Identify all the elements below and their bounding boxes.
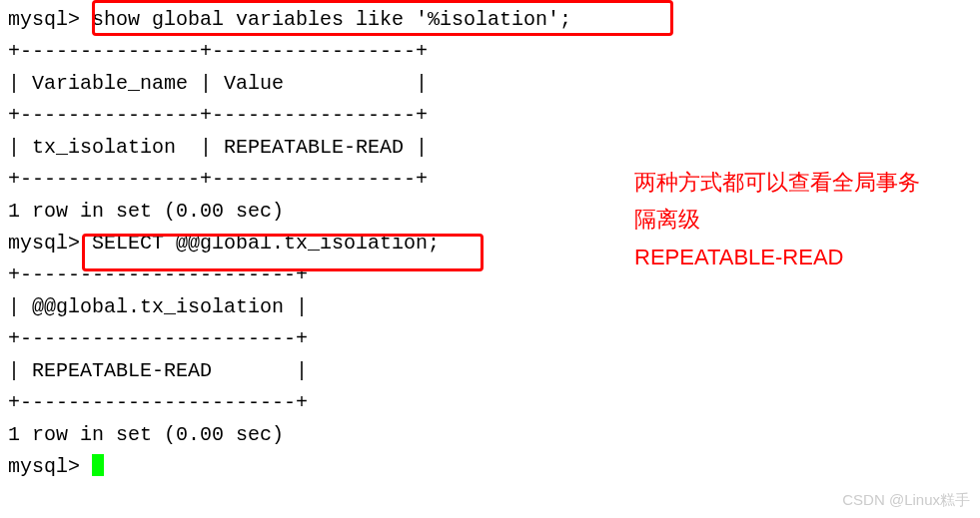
table-separator: +---------------+-----------------+	[8, 100, 972, 132]
command-line-1: mysql> show global variables like '%isol…	[8, 4, 972, 36]
annotation-line-1: 两种方式都可以查看全局事务	[634, 164, 920, 201]
annotation-text: 两种方式都可以查看全局事务 隔离级 REPEATABLE-READ	[634, 164, 920, 275]
mysql-prompt: mysql>	[8, 232, 80, 255]
active-prompt-line[interactable]: mysql>	[8, 451, 972, 483]
table-separator: +---------------+-----------------+	[8, 36, 972, 68]
table-header-row: | @@global.tx_isolation |	[8, 291, 972, 323]
mysql-prompt: mysql>	[8, 455, 92, 478]
annotation-line-3: REPEATABLE-READ	[634, 239, 920, 275]
table-separator: +-----------------------+	[8, 323, 972, 355]
result-summary-2: 1 row in set (0.00 sec)	[8, 419, 972, 451]
cursor-block	[92, 454, 104, 476]
mysql-prompt: mysql>	[8, 8, 80, 31]
table-separator: +-----------------------+	[8, 387, 972, 419]
watermark-text: CSDN @Linux糕手	[842, 488, 970, 512]
annotation-line-2: 隔离级	[634, 201, 920, 238]
table-header-row: | Variable_name | Value |	[8, 68, 972, 100]
table-data-row: | tx_isolation | REPEATABLE-READ |	[8, 132, 972, 164]
table-data-row: | REPEATABLE-READ |	[8, 355, 972, 387]
command-text-2: SELECT @@global.tx_isolation;	[80, 232, 440, 255]
command-text-1: show global variables like '%isolation';	[80, 8, 571, 31]
